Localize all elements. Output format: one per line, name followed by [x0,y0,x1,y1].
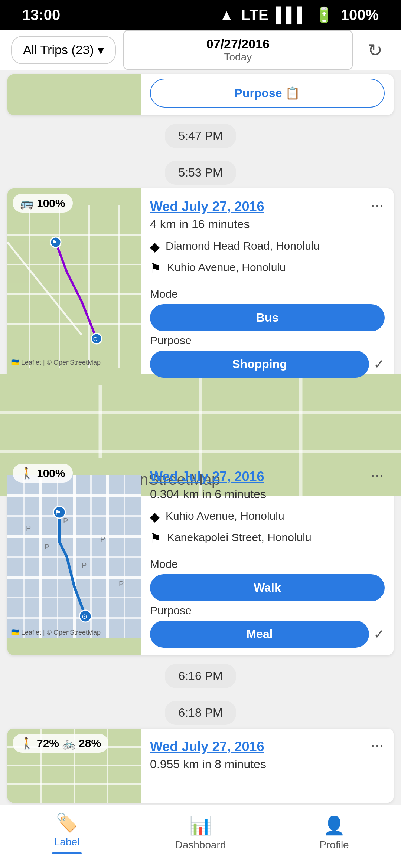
mode-pct-2: 100% [37,467,65,480]
walk-icon-3: 🚶 [20,737,34,750]
svg-text:P: P [63,517,68,525]
info-1: ⋯ Wed July 27, 2016 4 km in 16 minutes ◆… [141,188,394,385]
partial-info: Purpose 📋 [141,74,394,115]
mode-label-2: Mode [150,558,385,571]
destination-text-2: Kanekapolei Street, Honolulu [167,530,312,545]
bike-icon-3: 🚲 [62,737,76,750]
profile-nav-text: Profile [319,839,349,851]
destination-text-1: Kuhio Avenue, Honolulu [167,260,286,274]
more-button-2[interactable]: ⋯ [367,464,388,487]
trip-distance-1: 4 km in 16 minutes [150,217,385,231]
dashboard-nav-icon: 📊 [189,815,212,836]
info-3: ⋯ Wed July 27, 2016 0.955 km in 8 minute… [141,729,394,803]
purpose-row-1: Shopping ✓ [150,351,385,378]
nav-item-label[interactable]: 🏷️ Label [0,812,134,861]
dashboard-nav-text: Dashboard [175,839,226,851]
trip-card-1: ⚑ ⊙ 🇺🇦 Leaflet | © OpenStreetMap 🚌 100% … [7,188,394,385]
trip-distance-2: 0.304 km in 6 minutes [150,487,385,501]
destination-icon-2: ⚑ [150,531,161,546]
mode-button-2[interactable]: Walk [150,574,385,601]
origin-text-2: Kuhio Avenue, Honolulu [166,509,284,523]
nav-item-dashboard[interactable]: 📊 Dashboard [134,815,267,858]
check-icon-2: ✓ [374,627,385,642]
map-badge-2: 🚶 100% [13,464,73,483]
nav-underline [52,852,82,854]
origin-icon-1: ◆ [150,239,160,254]
bottom-nav: 🏷️ Label 📊 Dashboard 👤 Profile [0,805,401,868]
more-button-1[interactable]: ⋯ [367,194,388,217]
map-3: 🚶 72% 🚲 28% [7,729,141,803]
mode-label-1: Mode [150,288,385,300]
trip-distance-3: 0.955 km in 8 minutes [150,757,385,771]
destination-1: ⚑ Kuhio Avenue, Honolulu [150,260,385,276]
svg-text:🇺🇦 Leaflet | © OpenStreetMap: 🇺🇦 Leaflet | © OpenStreetMap [11,628,101,637]
svg-text:P: P [82,561,87,569]
purpose-button-top[interactable]: Purpose 📋 [150,79,385,108]
svg-text:P: P [45,543,49,551]
svg-text:P: P [119,580,124,588]
origin-1: ◆ Diamond Head Road, Honolulu [150,239,385,254]
check-icon-1: ✓ [374,356,385,372]
purpose-label-1: Purpose [150,334,385,347]
more-button-3[interactable]: ⋯ [367,734,388,757]
map-badge-3: 🚶 72% 🚲 28% [13,734,108,753]
map-badge-1: 🚌 100% [13,194,73,213]
bike-pct-3: 28% [79,737,101,750]
label-nav-text: Label [54,836,80,848]
svg-text:🇺🇦 Leaflet | © OpenStreetMap: 🇺🇦 Leaflet | © OpenStreetMap [11,358,101,366]
map-1: ⚑ ⊙ 🇺🇦 Leaflet | © OpenStreetMap 🚌 100% [7,188,141,385]
nav-item-profile[interactable]: 👤 Profile [267,815,401,858]
label-nav-icon: 🏷️ [56,812,78,833]
destination-icon-1: ⚑ [150,261,161,276]
trip-date-1[interactable]: Wed July 27, 2016 [150,199,385,214]
trip-card-2: ⚑ ⊙ P P P P P P 🇺🇦 Leaflet | © OpenStree… [7,458,394,655]
origin-text-1: Diamond Head Road, Honolulu [166,239,320,253]
svg-text:P: P [26,524,31,532]
map-2: ⚑ ⊙ P P P P P P 🇺🇦 Leaflet | © OpenStree… [7,458,141,655]
svg-text:⚑: ⚑ [55,509,61,516]
purpose-label-2: Purpose [150,604,385,617]
mode-button-1[interactable]: Bus [150,304,385,331]
info-2: ⋯ Wed July 27, 2016 0.304 km in 6 minute… [141,458,394,655]
purpose-button-2[interactable]: Meal [150,621,369,648]
svg-text:P: P [100,535,105,543]
purpose-row-2: Meal ✓ [150,621,385,648]
destination-2: ⚑ Kanekapolei Street, Honolulu [150,530,385,546]
mode-icon-2: 🚶 [20,467,34,480]
walk-pct-3: 72% [37,737,59,750]
mode-icon-1: 🚌 [20,197,34,210]
scroll-content: 🇺🇦 Leaflet | © OpenStreetMap Purpose 📋 5… [0,74,401,868]
origin-2: ◆ Kuhio Avenue, Honolulu [150,509,385,524]
trip-date-2[interactable]: Wed July 27, 2016 [150,469,385,484]
trip-date-3[interactable]: Wed July 27, 2016 [150,739,385,754]
profile-nav-icon: 👤 [323,815,345,836]
mode-pct-1: 100% [37,197,65,210]
svg-text:⊙: ⊙ [93,336,98,342]
trip-card-3: 🚶 72% 🚲 28% ⋯ Wed July 27, 2016 0.955 km… [7,729,394,803]
partial-top-card: 🇺🇦 Leaflet | © OpenStreetMap Purpose 📋 [7,74,394,115]
svg-text:⊙: ⊙ [82,613,87,620]
partial-map: 🇺🇦 Leaflet | © OpenStreetMap [7,74,141,115]
svg-text:⚑: ⚑ [52,239,57,246]
purpose-button-1[interactable]: Shopping [150,351,369,378]
origin-icon-2: ◆ [150,509,160,524]
